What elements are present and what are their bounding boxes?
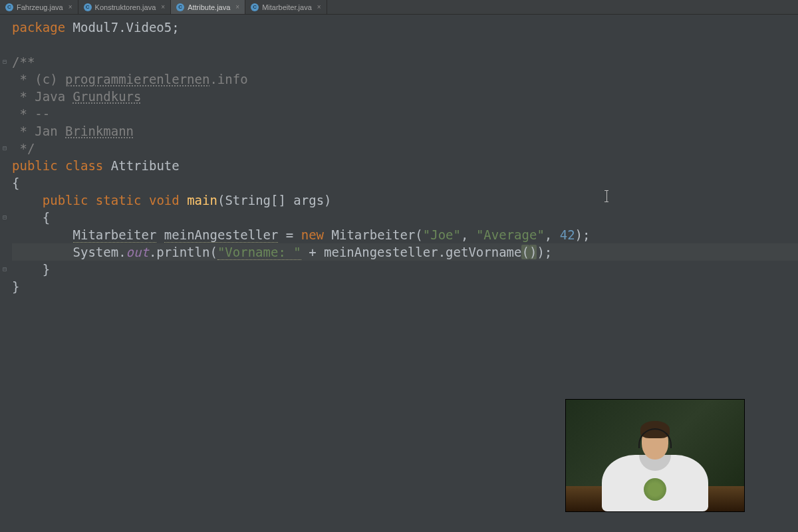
keyword-new: new bbox=[301, 227, 324, 242]
webcam-person bbox=[602, 422, 708, 511]
comma: , bbox=[545, 227, 560, 242]
javadoc-link: Grundkurs bbox=[73, 89, 142, 104]
class-name: Attribute bbox=[111, 158, 180, 173]
java-class-icon: C bbox=[84, 3, 92, 11]
string-literal: "Joe" bbox=[423, 227, 461, 242]
stmt-end: ); bbox=[537, 245, 552, 259]
tab-label: Konstruktoren.java bbox=[95, 3, 156, 11]
close-icon[interactable]: × bbox=[68, 3, 72, 11]
text-cursor-icon bbox=[606, 190, 607, 202]
code-content[interactable]: package Modul7.Video5; /** * (c) program… bbox=[12, 19, 798, 295]
javadoc-line: * (c) bbox=[12, 72, 65, 86]
close-icon[interactable]: × bbox=[317, 3, 321, 11]
tab-konstruktoren[interactable]: C Konstruktoren.java × bbox=[78, 0, 172, 14]
tab-attribute[interactable]: C Attribute.java × bbox=[171, 0, 245, 14]
var-name: meinAngesteller bbox=[164, 227, 279, 243]
fold-icon[interactable]: ⊟ bbox=[0, 53, 9, 70]
system: System. bbox=[73, 245, 126, 259]
println-open: .println( bbox=[149, 245, 217, 259]
webcam-hoodie-logo bbox=[644, 478, 666, 501]
fold-icon[interactable]: ⊟ bbox=[0, 209, 9, 226]
keyword-public: public bbox=[43, 193, 88, 207]
paren-close: ) bbox=[529, 245, 537, 259]
javadoc-line: * Java bbox=[12, 89, 73, 104]
java-class-icon: C bbox=[176, 3, 184, 11]
brace-open: { bbox=[43, 210, 50, 225]
keyword-package: package bbox=[12, 20, 65, 35]
type-mitarbeiter: Mitarbeiter bbox=[73, 227, 157, 243]
javadoc-line: .info bbox=[209, 72, 247, 86]
webcam-overlay bbox=[565, 399, 745, 512]
tab-fahrzeug[interactable]: C Fahrzeug.java × bbox=[0, 0, 78, 14]
tab-label: Mitarbeiter.java bbox=[262, 3, 312, 11]
fold-icon[interactable]: ⊟ bbox=[0, 261, 9, 278]
keyword-public: public bbox=[12, 158, 58, 173]
plus: + bbox=[301, 245, 324, 259]
field-out: out bbox=[126, 245, 149, 259]
brace-open: { bbox=[12, 176, 19, 190]
javadoc-line: * Jan bbox=[12, 124, 65, 138]
fold-icon[interactable]: ⊟ bbox=[0, 140, 9, 157]
string-literal: "Vorname: " bbox=[217, 245, 301, 260]
assign: = bbox=[278, 227, 301, 242]
java-class-icon: C bbox=[251, 3, 259, 11]
brace-close: } bbox=[12, 279, 19, 294]
javadoc-link: Brinkmann bbox=[65, 124, 134, 138]
tab-label: Fahrzeug.java bbox=[17, 3, 63, 11]
ctor-end: ); bbox=[575, 227, 591, 242]
code-editor[interactable]: ⊟ ⊟ ⊟ ⊟ package Modul7.Video5; /** * (c)… bbox=[0, 15, 798, 295]
string-literal: "Average" bbox=[476, 227, 545, 242]
package-name: Modul7.Video5 bbox=[65, 20, 172, 35]
keyword-class: class bbox=[65, 158, 103, 173]
java-class-icon: C bbox=[5, 3, 13, 11]
javadoc-close: */ bbox=[12, 141, 35, 156]
gutter: ⊟ ⊟ ⊟ ⊟ bbox=[0, 19, 9, 278]
method-name-main: main bbox=[187, 193, 217, 207]
close-icon[interactable]: × bbox=[161, 3, 165, 11]
keyword-static: static bbox=[96, 193, 142, 207]
ctor-call: Mitarbeiter( bbox=[324, 227, 423, 242]
brace-close: } bbox=[43, 262, 50, 277]
tab-mitarbeiter[interactable]: C Mitarbeiter.java × bbox=[245, 0, 327, 14]
tab-label: Attribute.java bbox=[188, 3, 230, 11]
semicolon: ; bbox=[172, 20, 179, 35]
close-icon[interactable]: × bbox=[235, 3, 239, 11]
number-literal: 42 bbox=[560, 227, 575, 242]
javadoc-link: programmierenlernen bbox=[65, 72, 209, 86]
webcam-hoodie bbox=[602, 455, 708, 511]
paren-open: ( bbox=[521, 245, 529, 259]
call-chain: meinAngesteller.getVorname bbox=[324, 245, 521, 259]
javadoc-line: * -- bbox=[12, 106, 50, 121]
keyword-void: void bbox=[149, 193, 180, 207]
main-params: (String[] args) bbox=[217, 193, 332, 207]
javadoc-open: /** bbox=[12, 55, 35, 69]
comma: , bbox=[461, 227, 476, 242]
editor-tabbar: C Fahrzeug.java × C Konstruktoren.java ×… bbox=[0, 0, 798, 15]
